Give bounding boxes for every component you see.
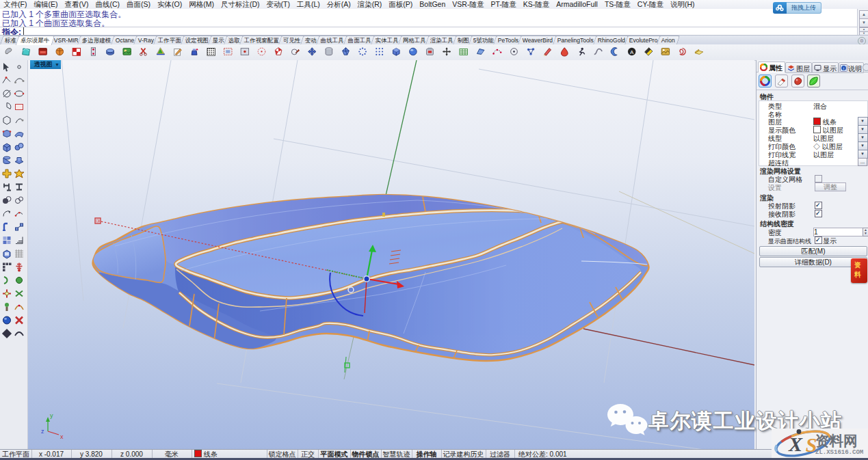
svg-text:i: i: [843, 66, 844, 70]
svg-text:z: z: [41, 428, 44, 435]
svg-text:X: X: [788, 433, 803, 455]
svg-text:y: y: [50, 412, 53, 419]
svg-text:x: x: [60, 433, 64, 440]
svg-text:ZL.XS1616.COM: ZL.XS1616.COM: [815, 449, 863, 456]
svg-text:A: A: [630, 49, 634, 55]
svg-text:资料网: 资料网: [815, 433, 858, 448]
